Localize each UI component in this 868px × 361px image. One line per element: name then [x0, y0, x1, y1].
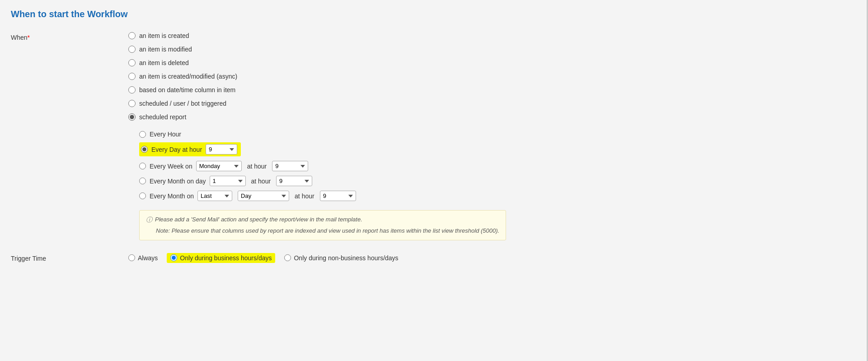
label-trigger-non-business: Only during non-business hours/days	[294, 254, 398, 262]
when-row: When* an item is created an item is modi…	[11, 32, 857, 240]
option-item-created-modified-async[interactable]: an item is created/modified (async)	[128, 73, 506, 80]
sub-option-every-month-on: Every Month on Last First Second Third F…	[139, 191, 506, 201]
trigger-option-always[interactable]: Always	[128, 254, 158, 262]
schedule-note-box: ⓘ Please add a 'Send Mail' action and sp…	[139, 210, 506, 240]
every-day-highlight: Every Day at hour 9 0 1 2 3 4 5 6 7 8	[139, 142, 241, 156]
when-options-group: an item is created an item is modified a…	[128, 32, 506, 240]
label-every-day: Every Day at hour	[151, 146, 202, 153]
label-every-hour: Every Hour	[150, 131, 181, 138]
at-hour-label-week: at hour	[247, 163, 267, 170]
radio-every-month-day[interactable]	[139, 178, 146, 184]
option-item-created[interactable]: an item is created	[128, 32, 506, 39]
radio-scheduled-report[interactable]	[128, 113, 136, 121]
trigger-time-row: Trigger Time Always Only during business…	[11, 253, 857, 263]
scheduled-sub-options: Every Hour Every Day at hour 9 0 1 2 3	[139, 131, 506, 240]
every-week-hour-select[interactable]: 9 0 1 2 3 4 5 6 7 8 10 11 12	[272, 161, 308, 171]
trigger-option-non-business[interactable]: Only during non-business hours/days	[284, 254, 398, 262]
every-week-day-select[interactable]: Monday Sunday Tuesday Wednesday Thursday…	[196, 161, 242, 171]
sub-option-every-month-day: Every Month on day 1 2 3 4 5 10 15 28 31…	[139, 176, 506, 186]
radio-scheduled-user-bot[interactable]	[128, 100, 136, 107]
label-date-time-column: based on date/time column in item	[139, 86, 235, 94]
label-trigger-always: Always	[138, 254, 158, 262]
option-item-modified[interactable]: an item is modified	[128, 46, 506, 53]
label-trigger-business: Only during business hours/days	[180, 254, 272, 262]
radio-item-created-modified-async[interactable]	[128, 73, 136, 80]
label-every-month-day: Every Month on day	[150, 178, 206, 185]
radio-date-time-column[interactable]	[128, 86, 136, 94]
radio-item-modified[interactable]	[128, 46, 136, 53]
trigger-option-business[interactable]: Only during business hours/days	[167, 253, 275, 263]
option-date-time-column[interactable]: based on date/time column in item	[128, 86, 506, 94]
label-item-modified: an item is modified	[139, 46, 192, 53]
note-info-text: Note: Please ensure that columns used by…	[156, 226, 499, 235]
every-month-day-select[interactable]: 1 2 3 4 5 10 15 28 31	[210, 176, 246, 186]
radio-trigger-non-business[interactable]	[284, 254, 291, 261]
required-indicator: *	[28, 34, 30, 41]
label-item-created-modified-async: an item is created/modified (async)	[139, 73, 237, 80]
when-label: When*	[11, 32, 128, 41]
label-item-deleted: an item is deleted	[139, 59, 189, 66]
sub-option-every-week: Every Week on Monday Sunday Tuesday Wedn…	[139, 161, 506, 171]
label-every-week: Every Week on	[150, 163, 192, 170]
option-item-deleted[interactable]: an item is deleted	[128, 59, 506, 66]
warn-icon: ⓘ	[146, 215, 152, 225]
radio-item-created[interactable]	[128, 32, 136, 39]
radio-every-hour[interactable]	[139, 131, 146, 138]
label-scheduled-report: scheduled report	[139, 113, 186, 121]
business-hours-highlight: Only during business hours/days	[167, 253, 275, 263]
every-month-unit-select[interactable]: Day Weekday Weekend Day Sunday Monday Tu…	[238, 191, 289, 201]
radio-trigger-business[interactable]	[170, 254, 177, 261]
trigger-time-label: Trigger Time	[11, 253, 128, 262]
sub-option-every-hour[interactable]: Every Hour	[139, 131, 506, 138]
trigger-time-options: Always Only during business hours/days O…	[128, 253, 399, 263]
radio-trigger-always[interactable]	[128, 254, 135, 261]
option-scheduled-user-bot[interactable]: scheduled / user / bot triggered	[128, 100, 506, 107]
every-month-position-select[interactable]: Last First Second Third Fourth	[197, 191, 232, 201]
label-scheduled-user-bot: scheduled / user / bot triggered	[139, 100, 226, 107]
option-scheduled-report[interactable]: scheduled report	[128, 113, 506, 121]
label-every-month-on: Every Month on	[150, 192, 194, 200]
every-month-on-hour-select[interactable]: 9 0 1 8 12	[320, 191, 356, 201]
note-warn-line: ⓘ Please add a 'Send Mail' action and sp…	[146, 215, 499, 225]
radio-every-day[interactable]	[141, 146, 148, 153]
note-warn-text: Please add a 'Send Mail' action and spec…	[155, 215, 362, 224]
radio-every-month-on[interactable]	[139, 192, 146, 199]
every-month-day-hour-select[interactable]: 9 0 1 8 12	[276, 176, 312, 186]
every-day-hour-select[interactable]: 9 0 1 2 3 4 5 6 7 8 10 11 12	[206, 144, 237, 155]
sub-option-every-day: Every Day at hour 9 0 1 2 3 4 5 6 7 8	[139, 142, 506, 156]
at-hour-label-month-on: at hour	[295, 192, 314, 200]
at-hour-label-month-day: at hour	[251, 178, 271, 185]
label-item-created: an item is created	[139, 32, 189, 39]
radio-item-deleted[interactable]	[128, 59, 136, 66]
radio-every-week[interactable]	[139, 163, 146, 169]
page-title: When to start the Workflow	[11, 9, 857, 19]
form-section: When* an item is created an item is modi…	[11, 32, 857, 263]
